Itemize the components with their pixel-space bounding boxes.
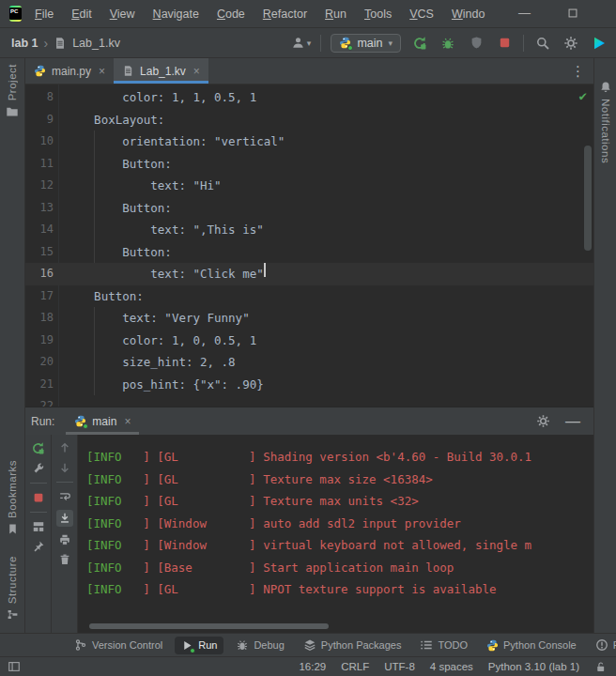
notifications-stripe-label: Notifications — [600, 99, 611, 163]
console-horizontal-scrollbar[interactable] — [89, 623, 329, 629]
stop-button[interactable] — [495, 34, 514, 53]
toolbar-divider — [523, 35, 524, 52]
more-options-icon[interactable]: ⋮ — [571, 58, 593, 84]
code-line[interactable]: 13 Button: — [25, 197, 593, 220]
user-account-icon[interactable]: ▾ — [291, 34, 312, 53]
menu-item[interactable]: Navigate — [153, 8, 199, 21]
menu-item[interactable]: File — [35, 8, 54, 21]
code-line[interactable]: 21 pos_hint: {"x": .90} — [25, 374, 593, 396]
stop-icon[interactable] — [32, 491, 45, 504]
menu-item[interactable]: View — [110, 8, 135, 21]
menu-item[interactable]: Code — [217, 8, 245, 21]
debug-button[interactable] — [439, 34, 457, 53]
code-line[interactable]: 14 text: ",This is" — [25, 219, 593, 241]
editor-area: main.py × Lab_1.kv × ⋮ 8 — [25, 58, 593, 633]
inspections-ok-icon[interactable]: ✔ — [579, 88, 587, 103]
gear-icon[interactable] — [536, 414, 550, 428]
code-line[interactable]: 8 color: 1, 1, 0.5, 1 — [25, 86, 593, 109]
bookmarks-stripe-label: Bookmarks — [7, 460, 18, 518]
pin-tab-icon[interactable] — [32, 540, 45, 553]
file-encoding[interactable]: UTF-8 — [384, 661, 415, 672]
tool-button-structure[interactable]: Structure — [7, 556, 19, 621]
tool-button-bookmarks[interactable]: Bookmarks — [7, 460, 19, 535]
lock-icon[interactable] — [594, 661, 607, 673]
code-line[interactable]: 9 BoxLayout: — [25, 109, 593, 131]
menu-item[interactable]: VCS — [409, 8, 434, 21]
up-stacktrace-icon[interactable] — [58, 441, 71, 454]
console-output[interactable]: [INFO ] [GL ] Shading version <b'4.60 - … — [78, 435, 593, 633]
tool-button-python-packages[interactable]: Python Packages — [297, 636, 408, 654]
scroll-to-end-icon[interactable] — [56, 510, 73, 527]
code-line[interactable]: 11 Button: — [25, 153, 593, 176]
print-icon[interactable] — [58, 533, 71, 546]
editor-scrollbar[interactable] — [584, 146, 592, 251]
code-line[interactable]: 19 color: 1, 0, 0.5, 1 — [25, 330, 593, 352]
close-icon[interactable]: × — [193, 65, 200, 78]
tab-main-py[interactable]: main.py × — [25, 58, 114, 84]
tool-button-version-control[interactable]: Version Control — [68, 636, 169, 654]
hide-panel-icon[interactable]: — — [565, 413, 580, 430]
pycharm-edu-logo-icon[interactable] — [590, 34, 608, 53]
clear-console-icon[interactable] — [58, 553, 71, 566]
line-number: 20 — [25, 351, 54, 374]
down-stacktrace-icon[interactable] — [58, 461, 71, 474]
code-line[interactable]: 10 orientation: "vertical" — [25, 131, 593, 153]
log-message: ] [GL ] Texture max size <16384> — [122, 472, 433, 486]
code-line[interactable]: 16 text: "Click me" — [25, 263, 593, 285]
code-line[interactable]: 12 text: "Hi" — [25, 175, 593, 197]
menu-item[interactable]: Windo — [452, 8, 485, 21]
minimize-icon[interactable]: — — [500, 6, 548, 23]
search-icon[interactable] — [533, 34, 552, 53]
soft-wrap-icon[interactable] — [58, 490, 71, 503]
run-tab-main[interactable]: main × — [66, 407, 139, 435]
right-tool-stripe: Notifications — [593, 58, 616, 633]
close-icon[interactable]: × — [124, 415, 131, 428]
cursor-position[interactable]: 16:29 — [299, 661, 326, 672]
line-separator[interactable]: CRLF — [341, 661, 369, 672]
tool-button-debug[interactable]: Debug — [229, 636, 290, 654]
close-icon[interactable]: × — [597, 6, 616, 23]
running-indicator-dot — [347, 45, 353, 51]
tool-button-problems[interactable]: Prob — [589, 636, 616, 654]
restore-layout-icon[interactable] — [32, 520, 45, 533]
maximize-icon[interactable] — [548, 6, 597, 23]
rerun-icon[interactable] — [31, 441, 45, 455]
code-editor[interactable]: 8 color: 1, 1, 0.5, 1 9 BoxLayout: 10 or… — [25, 84, 593, 407]
tool-button-project[interactable]: Project — [6, 64, 19, 118]
menu-item[interactable]: Run — [325, 8, 346, 21]
status-bar: 16:29 CRLF UTF-8 4 spaces Python 3.10 (l… — [0, 656, 616, 676]
log-level: [INFO — [86, 494, 122, 508]
left-tool-stripe: Project Bookmarks Structure — [0, 58, 25, 633]
layout-icon[interactable] — [8, 660, 21, 673]
wrench-icon[interactable] — [32, 462, 45, 475]
code-text: Button: — [66, 197, 172, 220]
run-configuration-selector[interactable]: main ▾ — [331, 34, 401, 53]
breadcrumb-project[interactable]: lab 1 — [11, 37, 38, 50]
code-line[interactable]: 22 — [25, 395, 593, 407]
breadcrumb-file[interactable]: Lab_1.kv — [72, 37, 120, 50]
tab-lab-1-kv[interactable]: Lab_1.kv × — [114, 58, 208, 84]
python-interpreter[interactable]: Python 3.10 (lab 1) — [488, 661, 579, 672]
bug-icon — [236, 638, 249, 652]
code-line[interactable]: 20 size_hint: 2, .8 — [25, 351, 593, 374]
tool-button-todo[interactable]: TODO — [413, 636, 474, 654]
log-message: ] [Window ] auto add sdl2 input provider — [122, 516, 461, 530]
close-icon[interactable]: × — [99, 65, 105, 78]
run-with-coverage-icon[interactable] — [467, 34, 485, 53]
tool-button-notifications[interactable]: Notifications — [599, 81, 612, 163]
menu-item[interactable]: Tools — [364, 8, 392, 21]
code-line[interactable]: 18 text: "Very Funny" — [25, 307, 593, 330]
code-line[interactable]: 15 Button: — [25, 241, 593, 264]
code-line[interactable]: 17 Button: — [25, 285, 593, 308]
indent-style[interactable]: 4 spaces — [430, 661, 473, 672]
tool-button-run[interactable]: Run — [175, 637, 223, 654]
code-text: Button: — [66, 241, 172, 264]
gear-icon[interactable] — [562, 34, 580, 53]
line-number: 15 — [25, 241, 54, 264]
menu-item[interactable]: Refactor — [263, 8, 307, 21]
menu-item[interactable]: Edit — [71, 8, 92, 21]
toolbar-divider — [320, 35, 321, 52]
tool-button-python-console[interactable]: Python Console — [480, 637, 583, 654]
run-panel-header: Run: main × — — [25, 407, 593, 435]
rerun-button[interactable] — [410, 34, 429, 53]
